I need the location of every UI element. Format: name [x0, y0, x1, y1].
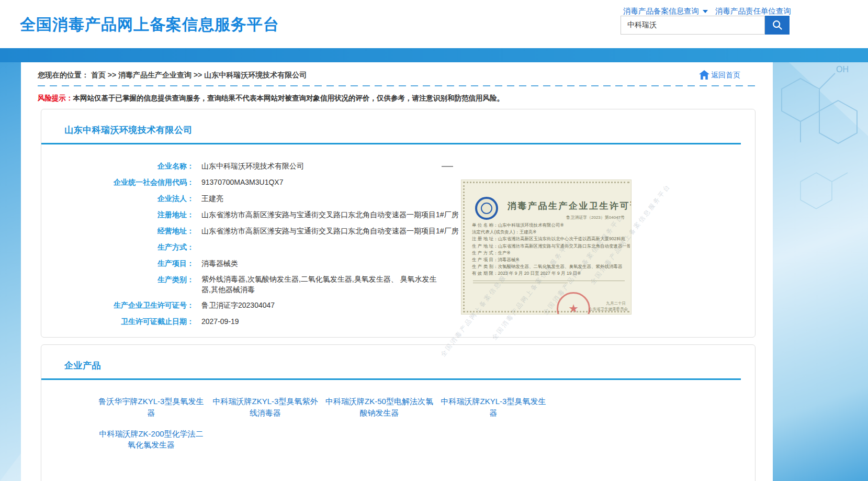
risk-warning-text: 本网站仅基于已掌握的信息提供查询服务，查询结果不代表本网站对被查询对象信用状况的…	[73, 94, 504, 102]
breadcrumb: 您现在的位置： 首页 >> 消毒产品生产企业查询 >> 山东中科瑞沃环境技术有限…	[21, 62, 773, 81]
field-row: 企业名称：山东中科瑞沃环境技术有限公司	[41, 160, 755, 172]
field-label: 生产方式：	[41, 241, 194, 253]
site-title: 全国消毒产品网上备案信息服务平台	[20, 14, 279, 36]
company-fields: 企业名称：山东中科瑞沃环境技术有限公司 企业统一社会信用代码：91370700M…	[41, 160, 755, 327]
main-content: 您现在的位置： 首页 >> 消毒产品生产企业查询 >> 山东中科瑞沃环境技术有限…	[21, 62, 773, 481]
field-label: 生产类别：	[41, 274, 194, 295]
back-home-link[interactable]: 返回首页	[698, 70, 740, 80]
company-info-card: 山东中科瑞沃环境技术有限公司 企业名称：山东中科瑞沃环境技术有限公司 企业统一社…	[41, 109, 756, 338]
breadcrumb-home[interactable]: 首页	[91, 71, 106, 79]
products-card-title: 企业产品	[41, 345, 755, 372]
breadcrumb-sep: >>	[194, 71, 202, 79]
field-value: 鲁卫消证字202304047	[201, 299, 275, 311]
field-label: 生产项目：	[41, 258, 194, 269]
risk-warning-label: 风险提示：	[38, 94, 73, 102]
field-value: 2027-09-19	[201, 316, 239, 327]
product-link[interactable]: 中科瑞沃牌ZK-200型化学法二氧化氯发生器	[96, 428, 207, 451]
search-input[interactable]	[621, 16, 765, 35]
field-label: 卫生许可证截止日期：	[41, 316, 194, 327]
field-row: 企业统一社会信用代码：91370700MA3M3U1QX7	[41, 176, 755, 188]
field-label: 企业统一社会信用代码：	[41, 176, 194, 188]
breadcrumb-enterprise-query[interactable]: 消毒产品生产企业查询	[118, 71, 191, 79]
breadcrumb-current: 山东中科瑞沃环境技术有限公司	[204, 71, 307, 79]
nav-link-unit-query[interactable]: 消毒产品责任单位查询	[715, 7, 791, 15]
certificate-issue-date: 九月二十日	[606, 301, 626, 306]
search-icon	[772, 19, 783, 31]
field-value: 山东省潍坊市高新区潍安路与宝通街交叉路口东北角自动变速器一期项目1#厂房	[201, 209, 459, 220]
field-value: 山东中科瑞沃环境技术有限公司	[201, 160, 304, 172]
certificate-issuer: 山东省卫生健康委员会	[589, 307, 628, 312]
risk-warning: 风险提示：本网站仅基于已掌握的信息提供查询服务，查询结果不代表本网站对被查询对象…	[38, 94, 756, 103]
breadcrumb-prefix: 您现在的位置：	[38, 71, 89, 79]
field-row: 生产项目：消毒器械类	[41, 258, 755, 269]
products-card: 企业产品 鲁沃华宇牌ZKYL-3型臭氧发生器 中科瑞沃牌ZKYL-3型臭氧紫外线…	[41, 344, 756, 481]
product-link[interactable]: 中科瑞沃牌ZKYL-3型臭氧发生器	[438, 396, 549, 419]
search-button[interactable]	[765, 16, 790, 35]
nav-link-record-query[interactable]: 消毒产品备案信息查询	[623, 7, 699, 15]
home-icon	[698, 70, 710, 80]
product-link[interactable]: 中科瑞沃牌ZKYL-3型臭氧紫外线消毒器	[210, 396, 321, 419]
dashed-divider	[38, 85, 756, 86]
top-nav: 消毒产品备案信息查询消毒产品责任单位查询	[623, 6, 791, 16]
field-value: 91370700MA3M3U1QX7	[201, 176, 283, 188]
page-header: 全国消毒产品网上备案信息服务平台 消毒产品备案信息查询消毒产品责任单位查询	[0, 0, 868, 48]
company-card-title: 山东中科瑞沃环境技术有限公司	[41, 109, 755, 136]
field-row: 生产企业卫生许可证号：鲁卫消证字202304047	[41, 299, 755, 311]
field-value: 紫外线消毒器,次氯酸钠发生器,二氧化氯发生器,臭氧发生器、 臭氧水发生器,其他器…	[201, 274, 440, 295]
field-value: 山东省潍坊市高新区潍安路与宝通街交叉路口东北角自动变速器一期项目1#厂房	[201, 225, 459, 237]
field-row: 卫生许可证截止日期：2027-09-19	[41, 316, 755, 327]
field-value: 王建亮	[201, 193, 223, 204]
field-label: 经营地址：	[41, 225, 194, 237]
license-certificate-image: 全国消毒产品网上备案信息服务平台 全国消毒产品网上备案信息服务平台 全国消毒产品…	[442, 167, 634, 320]
field-label: 企业名称：	[41, 160, 194, 172]
title-underline	[41, 143, 741, 144]
field-label: 企业法人：	[41, 193, 194, 204]
field-row: 企业法人：王建亮	[41, 193, 755, 204]
field-row: 经营地址：山东省潍坊市高新区潍安路与宝通街交叉路口东北角自动变速器一期项目1#厂…	[41, 225, 755, 237]
field-value: 消毒器械类	[201, 258, 238, 269]
field-row: 生产类别：紫外线消毒器,次氯酸钠发生器,二氧化氯发生器,臭氧发生器、 臭氧水发生…	[41, 274, 755, 295]
product-link[interactable]: 鲁沃华宇牌ZKYL-3型臭氧发生器	[96, 396, 207, 419]
field-label: 生产企业卫生许可证号：	[41, 299, 194, 311]
health-emblem-icon	[475, 197, 498, 220]
field-row: 生产方式：	[41, 241, 755, 253]
product-list: 鲁沃华宇牌ZKYL-3型臭氧发生器 中科瑞沃牌ZKYL-3型臭氧紫外线消毒器 中…	[96, 396, 558, 451]
caret-down-icon[interactable]	[703, 10, 708, 13]
field-label: 注册地址：	[41, 209, 194, 220]
svg-text:OH: OH	[836, 65, 849, 74]
header-band	[0, 48, 868, 62]
certificate-title: 消毒产品生产企业卫生许可证	[508, 200, 632, 212]
product-link[interactable]: 中科瑞沃牌ZK-50型电解法次氯酸钠发生器	[324, 396, 435, 419]
title-underline	[41, 378, 741, 380]
search-bar	[621, 16, 790, 35]
breadcrumb-sep: >>	[108, 71, 116, 79]
